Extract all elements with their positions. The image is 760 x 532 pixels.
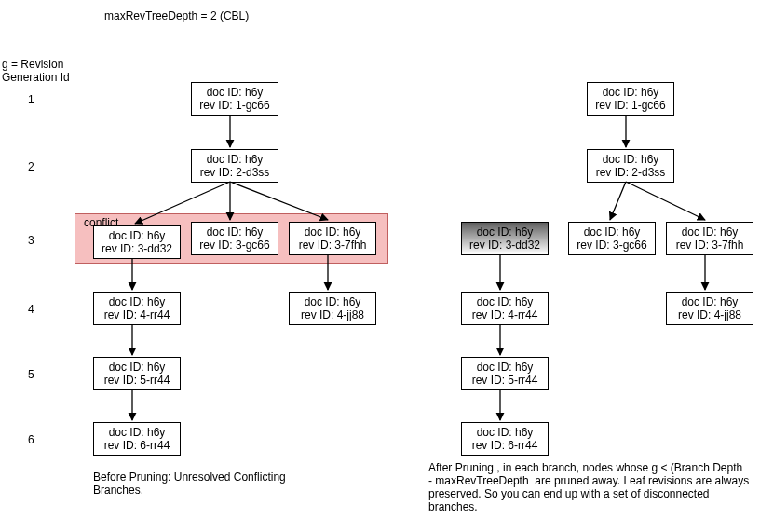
gen-1: 1 xyxy=(28,93,34,106)
node-b1: doc ID: h6y rev ID: 1-gc66 xyxy=(191,82,278,116)
node-b5: doc ID: h6y rev ID: 5-rr44 xyxy=(93,357,181,390)
node-a6: doc ID: h6y rev ID: 6-rr44 xyxy=(461,422,549,456)
node-text: doc ID: h6y rev ID: 4-jj88 xyxy=(301,295,364,321)
node-b3a: doc ID: h6y rev ID: 3-dd32 xyxy=(93,225,181,259)
node-text: doc ID: h6y rev ID: 5-rr44 xyxy=(472,361,538,387)
node-text: doc ID: h6y rev ID: 1-gc66 xyxy=(595,86,665,112)
caption-after: After Pruning , in each branch, nodes wh… xyxy=(428,461,754,513)
node-text: doc ID: h6y rev ID: 3-gc66 xyxy=(577,225,646,252)
gen-6: 6 xyxy=(28,433,34,446)
node-a4a: doc ID: h6y rev ID: 4-rr44 xyxy=(461,292,549,325)
node-text: doc ID: h6y rev ID: 5-rr44 xyxy=(104,361,170,387)
node-b6: doc ID: h6y rev ID: 6-rr44 xyxy=(93,422,181,456)
node-b4c: doc ID: h6y rev ID: 4-jj88 xyxy=(289,292,376,325)
node-text: doc ID: h6y rev ID: 3-gc66 xyxy=(199,225,269,252)
node-text: doc ID: h6y rev ID: 3-7fhh xyxy=(676,225,744,252)
node-text: doc ID: h6y rev ID: 3-7fhh xyxy=(299,225,367,252)
gen-3: 3 xyxy=(28,234,34,247)
node-b2: doc ID: h6y rev ID: 2-d3ss xyxy=(191,149,278,183)
node-text: doc ID: h6y rev ID: 1-gc66 xyxy=(199,86,269,112)
node-text: doc ID: h6y rev ID: 3-dd32 xyxy=(469,225,540,252)
node-text: doc ID: h6y rev ID: 2-d3ss xyxy=(596,153,666,179)
node-a3c: doc ID: h6y rev ID: 3-7fhh xyxy=(666,222,753,255)
node-b3b: doc ID: h6y rev ID: 3-gc66 xyxy=(191,222,278,255)
gen-2: 2 xyxy=(28,160,34,173)
node-a3a-tombstone: doc ID: h6y rev ID: 3-dd32 xyxy=(461,222,549,255)
node-text: doc ID: h6y rev ID: 4-rr44 xyxy=(472,295,538,321)
node-text: doc ID: h6y rev ID: 2-d3ss xyxy=(200,153,270,179)
edge-a2-a3c xyxy=(626,182,705,220)
gen-4: 4 xyxy=(28,303,34,316)
node-a1: doc ID: h6y rev ID: 1-gc66 xyxy=(587,82,674,116)
node-b3c: doc ID: h6y rev ID: 3-7fhh xyxy=(289,222,376,255)
node-b4a: doc ID: h6y rev ID: 4-rr44 xyxy=(93,292,181,325)
node-a2: doc ID: h6y rev ID: 2-d3ss xyxy=(587,149,674,183)
node-a3b: doc ID: h6y rev ID: 3-gc66 xyxy=(568,222,656,255)
node-text: doc ID: h6y rev ID: 3-dd32 xyxy=(102,229,172,255)
gen-5: 5 xyxy=(28,368,34,381)
node-a5: doc ID: h6y rev ID: 5-rr44 xyxy=(461,357,549,390)
node-text: doc ID: h6y rev ID: 6-rr44 xyxy=(472,426,538,452)
edge-a2-a3b xyxy=(610,182,626,220)
node-text: doc ID: h6y rev ID: 6-rr44 xyxy=(104,426,170,452)
node-a4c: doc ID: h6y rev ID: 4-jj88 xyxy=(666,292,753,325)
caption-before: Before Pruning: Unresolved Conflicting B… xyxy=(93,471,354,497)
diagram-title: maxRevTreeDepth = 2 (CBL) xyxy=(104,9,249,22)
axis-label: g = Revision Generation Id xyxy=(2,58,70,84)
node-text: doc ID: h6y rev ID: 4-jj88 xyxy=(678,295,741,321)
node-text: doc ID: h6y rev ID: 4-rr44 xyxy=(104,295,170,321)
